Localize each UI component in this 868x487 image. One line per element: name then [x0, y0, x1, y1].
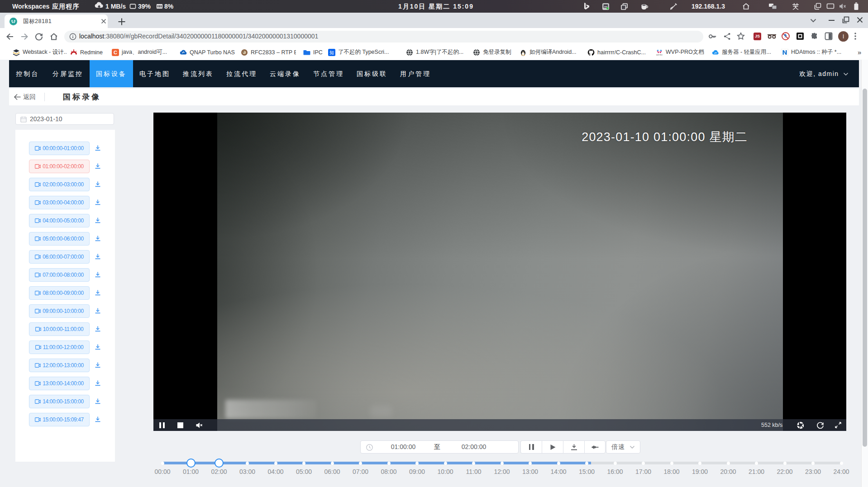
svg-text:知: 知 [329, 50, 334, 55]
svg-text:WVP PRO: WVP PRO [656, 54, 663, 56]
svg-text:C: C [114, 50, 117, 55]
